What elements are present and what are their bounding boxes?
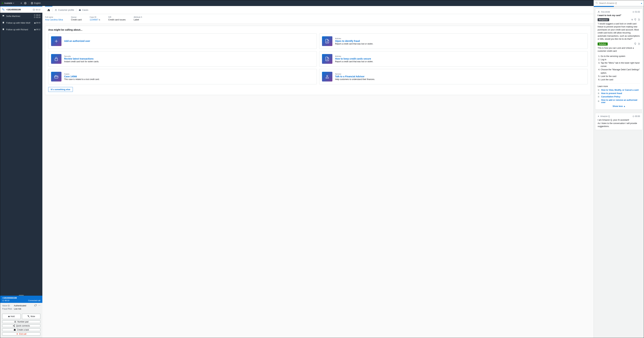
card-identify-fraud[interactable]: ArticlesStpes to identify fraudReport a …	[319, 33, 588, 49]
active-contact[interactable]: +19145550199 00:10	[0, 6, 42, 13]
session-task[interactable]: Follow up with Nikki Wolf ▮▮06:43	[0, 19, 42, 26]
svg-rect-6	[3, 28, 4, 30]
tab-home[interactable]	[45, 6, 52, 14]
learn-link[interactable]: 🗎How to add or remove an authorized user	[598, 99, 640, 104]
briefcase-icon	[14, 329, 16, 331]
lock-icon	[51, 54, 62, 64]
call-controls: ▮▮Hold Mute Number pad Quick connects Cr…	[0, 312, 42, 338]
agent-status-selector[interactable]: Available ▾	[2, 2, 18, 4]
more-icon[interactable]: ⋯	[38, 304, 40, 307]
chevron-up-icon[interactable]: ▴	[641, 2, 642, 4]
copy-icon[interactable]: ⧉	[99, 19, 100, 21]
numberpad-button[interactable]: Number pad	[2, 321, 40, 323]
user-icon	[598, 11, 600, 13]
language-selector[interactable]: English	[31, 2, 41, 4]
svg-rect-5	[3, 22, 4, 23]
document-icon	[322, 36, 332, 46]
center-panel: Customer profile Cases Full nameAna Caro…	[42, 0, 594, 338]
hangup-icon: ✕	[16, 333, 18, 335]
add-icon[interactable]	[20, 2, 22, 4]
call-info: +19155550199 00:10 Connected call	[0, 296, 42, 303]
call-status: Connected call	[28, 300, 40, 302]
hold-button[interactable]: ▮▮Hold	[2, 314, 20, 319]
svg-point-12	[15, 322, 15, 322]
tab-cases[interactable]: Cases	[76, 6, 90, 14]
card-keep-secure[interactable]: ArticlesHow to keep credit cards secureR…	[319, 51, 588, 67]
queue-value: Credit card	[71, 18, 82, 21]
session-task[interactable]: Follow up with Richard ▮▮08:12	[0, 26, 42, 33]
svg-point-21	[56, 9, 56, 10]
globe-icon	[31, 2, 33, 4]
learn-link[interactable]: 🗎Cancellation Policy	[598, 95, 640, 98]
create-task-button[interactable]: Create a task	[2, 329, 40, 331]
session-label: Follow up with Richard	[6, 28, 32, 31]
step: Choose the "Manage Debit Card Settings" …	[601, 68, 640, 75]
card-add-user[interactable]: Add an authorized user	[48, 33, 317, 49]
learn-link[interactable]: 🗎How to prevent fraud	[598, 92, 640, 94]
agent-topbar: Available ▾ English	[0, 0, 42, 6]
session-label: Follow up with Nikki Wolf	[6, 21, 32, 24]
suggestion-panel: Ana might be calling about... Add an aut…	[45, 26, 591, 95]
thumbs-up-icon[interactable]	[638, 18, 640, 21]
svg-rect-22	[79, 9, 81, 11]
solution-intro: This is how you can Lock and Unlock a cu…	[598, 46, 640, 52]
learn-link[interactable]: 🗎How to View, Modify, or Cancel a card	[598, 89, 640, 91]
fraud-label: Fraud Risk:	[2, 308, 14, 310]
fraud-value: Low risk	[14, 308, 21, 310]
step: Look for the card	[601, 75, 640, 78]
ivr-value: Credit card issues	[108, 18, 126, 21]
pause-icon: ▮▮	[34, 29, 36, 30]
clock-icon	[2, 300, 4, 302]
status-dot-icon	[2, 2, 3, 4]
pause-icon: ▮▮	[8, 316, 10, 317]
clock-icon	[34, 16, 36, 18]
case-id-link[interactable]: 1234567⧉	[90, 18, 100, 21]
voice-id-label: Voice ID:	[2, 305, 14, 307]
gear-icon[interactable]	[24, 2, 26, 4]
share-icon	[13, 325, 15, 327]
card-review-transactions[interactable]: SecurityReview latest transactionsInstan…	[48, 51, 317, 67]
mute-button[interactable]: Mute	[22, 314, 40, 319]
something-else-button[interactable]: It's something else	[48, 87, 73, 92]
language-label: English	[34, 2, 41, 4]
svg-point-13	[16, 322, 16, 322]
step: Tap the "Menu" tab in the lower right ha…	[601, 61, 640, 68]
assistant-line: As I listen to the conversation I will p…	[598, 122, 640, 128]
response-badge: Response	[598, 18, 609, 21]
card-advisor[interactable]: ServiceTalk to a Financial AdvisorHelp c…	[319, 69, 588, 84]
briefcase-icon	[79, 9, 81, 11]
thumbs-down-icon[interactable]	[634, 43, 636, 45]
step: Log in	[601, 58, 640, 61]
quick-connects-button[interactable]: Quick connects	[2, 325, 40, 327]
contact-number: +19145550199	[6, 8, 31, 11]
left-panel: Available ▾ English +19145550199 00:10 S…	[0, 0, 42, 338]
svg-point-26	[596, 2, 597, 3]
thumbs-up-icon[interactable]	[638, 43, 640, 45]
card-case[interactable]: CasesCase 14566This case is related to a…	[48, 69, 317, 84]
session-label: Sofía Martínez	[6, 15, 32, 17]
customer-name-link[interactable]: Ana Carolina Silva	[45, 18, 63, 21]
tab-customer-profile[interactable]: Customer profile	[52, 6, 76, 14]
chevron-up-icon: ▴	[624, 105, 625, 107]
task-icon	[2, 28, 4, 31]
svg-point-14	[14, 322, 15, 323]
plus-icon	[51, 36, 62, 46]
document-icon	[322, 54, 332, 64]
step: Lock the card	[601, 78, 640, 81]
thumbs-down-icon[interactable]	[634, 18, 636, 21]
copy-icon[interactable]: ⧉	[632, 18, 633, 21]
session-chat[interactable]: Sofía Martínez 06:43 02:10	[0, 13, 42, 19]
task-icon	[2, 21, 4, 24]
svg-point-27	[598, 11, 599, 12]
contact-timer: 00:10	[33, 8, 40, 11]
show-less-button[interactable]: Show less▴	[598, 105, 640, 107]
svg-point-10	[16, 321, 16, 321]
phone-icon	[2, 8, 4, 11]
svg-point-15	[15, 322, 15, 323]
mute-icon	[27, 315, 30, 318]
learn-more-label: Learn more	[598, 85, 640, 87]
session-meta: ▮▮06:43	[34, 22, 40, 24]
refresh-icon[interactable]	[34, 304, 37, 307]
q-search-input[interactable]	[599, 2, 640, 4]
end-call-button[interactable]: ✕End call	[2, 333, 40, 336]
